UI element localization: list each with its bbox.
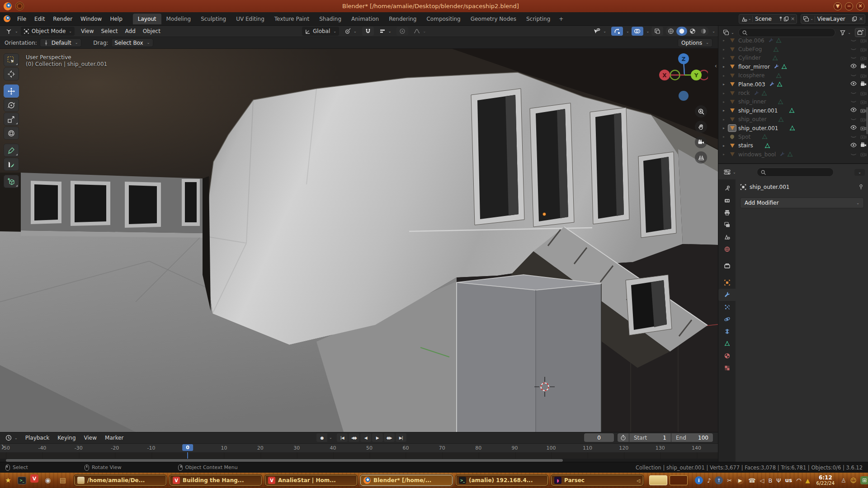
- shading-wireframe-button[interactable]: [665, 27, 676, 36]
- scene-name[interactable]: Scene: [755, 16, 778, 22]
- unlink-scene-icon[interactable]: ×: [791, 16, 795, 22]
- menu-item[interactable]: File: [13, 14, 30, 24]
- editor-type-dropdown[interactable]: ⌄: [3, 27, 21, 36]
- object-type-icon[interactable]: [728, 55, 736, 61]
- hide-in-viewport-toggle[interactable]: [850, 134, 857, 140]
- new-scene-icon[interactable]: [783, 16, 789, 22]
- pin-icon[interactable]: [778, 16, 783, 22]
- viewport-menu-item[interactable]: Select: [97, 27, 121, 36]
- snap-settings-dropdown[interactable]: ⌄: [377, 27, 394, 35]
- taskbar-window-button[interactable]: AnalieStar | Hom... ◁: [264, 474, 358, 486]
- timeline-tracks[interactable]: [0, 452, 718, 459]
- object-type-icon[interactable]: [728, 142, 736, 149]
- pin-icon[interactable]: [858, 184, 864, 190]
- tray-keyboard-layout[interactable]: us: [785, 477, 793, 483]
- add-workspace-button[interactable]: +: [555, 14, 567, 24]
- workspace-tab[interactable]: Modeling: [161, 14, 196, 24]
- outliner-row[interactable]: ▸ ship_outer: [718, 115, 868, 124]
- properties-options-caret[interactable]: ⌄: [854, 169, 865, 176]
- object-type-icon[interactable]: [728, 125, 736, 131]
- properties-tab-collection[interactable]: [718, 260, 736, 272]
- hide-in-viewport-toggle[interactable]: [850, 81, 857, 88]
- hide-in-viewport-toggle[interactable]: [850, 38, 857, 43]
- properties-tab-world[interactable]: [718, 243, 736, 255]
- zoom-button[interactable]: [695, 105, 707, 117]
- breadcrumb-object-name[interactable]: ship_outer.001: [750, 184, 789, 190]
- timeline-menu-item[interactable]: Marker: [101, 433, 127, 443]
- object-type-icon[interactable]: [728, 99, 736, 105]
- minimize-button[interactable]: −: [845, 2, 853, 10]
- viewport-3d[interactable]: User Perspective (0) Collection | ship_o…: [0, 49, 718, 432]
- xray-toggle[interactable]: [651, 27, 663, 36]
- show-overlays-toggle[interactable]: [632, 27, 643, 36]
- workspace-tab[interactable]: Rendering: [384, 14, 421, 24]
- disable-in-render-toggle[interactable]: [860, 47, 867, 52]
- overlays-dropdown-caret[interactable]: ⌄: [646, 29, 650, 33]
- properties-tab-view-layer[interactable]: [718, 219, 736, 231]
- hide-in-viewport-toggle[interactable]: [850, 117, 857, 122]
- tray-phone[interactable]: ☎: [748, 477, 755, 484]
- tray-smiley[interactable]: ☺: [850, 477, 857, 484]
- tray-volume[interactable]: ◁: [760, 477, 764, 484]
- pivot-point-dropdown[interactable]: ⌄: [342, 27, 359, 35]
- properties-search-input[interactable]: [757, 168, 834, 177]
- hide-in-viewport-toggle[interactable]: [850, 125, 857, 131]
- menu-item[interactable]: Render: [49, 14, 76, 24]
- object-visibility-dropdown[interactable]: ⌄: [590, 27, 609, 35]
- playhead[interactable]: [187, 452, 188, 459]
- disclosure-triangle-icon[interactable]: ▸: [723, 144, 728, 148]
- disclosure-triangle-icon[interactable]: ▸: [723, 47, 728, 52]
- disable-in-render-toggle[interactable]: [860, 108, 867, 113]
- workspace-tab[interactable]: Compositing: [421, 14, 465, 24]
- tool-transform[interactable]: [4, 127, 19, 140]
- tool-rotate[interactable]: [4, 99, 19, 112]
- orientation-dropdown[interactable]: Default ⌄: [40, 38, 82, 47]
- hide-in-viewport-toggle[interactable]: [850, 55, 857, 61]
- disable-in-render-toggle[interactable]: [860, 73, 867, 79]
- object-type-icon[interactable]: [728, 63, 736, 70]
- snap-toggle[interactable]: [362, 27, 374, 36]
- scene-type-icon[interactable]: ⌄: [741, 16, 753, 22]
- properties-tab-output[interactable]: [718, 206, 736, 219]
- transport-jump-start[interactable]: |◀: [337, 433, 348, 442]
- timeline-editor-dropdown[interactable]: ⌄: [3, 434, 20, 442]
- disclosure-triangle-icon[interactable]: ▸: [723, 65, 728, 69]
- workspace-1[interactable]: [649, 475, 667, 485]
- disclosure-triangle-icon[interactable]: ▸: [723, 100, 728, 104]
- auto-key-button[interactable]: ●: [316, 433, 327, 442]
- workspace-tab[interactable]: Animation: [346, 14, 384, 24]
- workspace-tab[interactable]: Sculpting: [196, 14, 231, 24]
- properties-editor-dropdown[interactable]: ⌄: [722, 168, 738, 176]
- viewport-menu-item[interactable]: View: [77, 27, 97, 36]
- outliner-row[interactable]: ▸ Icosphere: [718, 71, 868, 80]
- viewport-menu-item[interactable]: Add: [122, 27, 139, 36]
- object-type-icon[interactable]: [728, 107, 736, 114]
- current-frame-field[interactable]: 0: [584, 433, 614, 442]
- object-type-icon[interactable]: [728, 72, 736, 79]
- workspace-tab[interactable]: Layout: [133, 14, 161, 24]
- outliner-row[interactable]: ▸ Cube.006: [718, 36, 868, 45]
- disclosure-triangle-icon[interactable]: ▸: [723, 117, 728, 122]
- menu-item[interactable]: Help: [106, 14, 126, 24]
- add-modifier-button[interactable]: Add Modifier ⌄: [740, 197, 864, 208]
- tray-usb[interactable]: Ψ: [776, 477, 781, 484]
- disclosure-triangle-icon[interactable]: ▸: [723, 74, 728, 78]
- tray-upload[interactable]: ↑: [715, 476, 723, 484]
- new-collection-button[interactable]: [855, 28, 866, 37]
- camera-view-button[interactable]: [695, 136, 707, 148]
- tool-annotate[interactable]: [4, 144, 19, 157]
- hide-in-viewport-toggle[interactable]: [850, 152, 857, 157]
- outliner-row[interactable]: ▸ rock: [718, 89, 868, 97]
- remove-viewlayer-icon[interactable]: ×: [859, 16, 863, 22]
- window-shade-button[interactable]: ▼: [834, 2, 842, 10]
- outliner-row[interactable]: ▸ ship_outer.001: [718, 124, 868, 132]
- disclosure-triangle-icon[interactable]: ▸: [723, 38, 728, 42]
- outliner-row[interactable]: ▸ Plane.003: [718, 80, 868, 89]
- properties-tab-modifiers[interactable]: [718, 289, 736, 301]
- transport-next-keyframe[interactable]: ◆▶: [384, 433, 395, 442]
- launcher-terminal[interactable]: >_: [18, 477, 26, 484]
- launcher-vivaldi[interactable]: V: [30, 474, 38, 483]
- object-type-icon[interactable]: [728, 151, 736, 158]
- disable-in-render-toggle[interactable]: [860, 117, 867, 122]
- blender-menu-icon[interactable]: [4, 15, 10, 22]
